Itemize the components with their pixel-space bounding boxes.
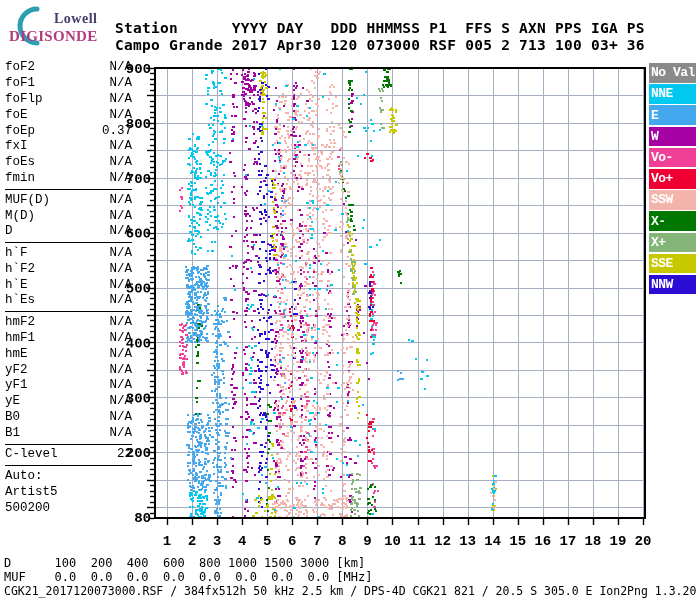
parameter-value: N/A — [109, 224, 132, 240]
parameter-row: 500200 — [5, 501, 132, 517]
parameter-row: foF1N/A — [5, 76, 132, 92]
parameter-label: yF1 — [5, 378, 28, 394]
parameter-label: hmE — [5, 347, 28, 363]
legend-item-x-: X- — [649, 211, 696, 231]
parameter-label: D — [5, 224, 13, 240]
legend-item-nne: NNE — [649, 84, 696, 104]
parameter-group: MUF(D)N/AM(D)N/ADN/A — [5, 189, 132, 242]
parameter-label: fxI — [5, 139, 28, 155]
legend-label: NNE — [649, 86, 673, 101]
parameter-label: yE — [5, 394, 20, 410]
legend-item-x+: X+ — [649, 233, 696, 253]
legend-label: E — [649, 108, 658, 123]
parameter-label: foF1 — [5, 76, 35, 92]
parameter-value: N/A — [109, 60, 132, 76]
legend-item-sse: SSE — [649, 254, 696, 274]
parameter-label: foFlp — [5, 92, 43, 108]
parameter-group: hmF2N/AhmF1N/AhmEN/AyF2N/AyF1N/AyEN/AB0N… — [5, 311, 132, 444]
parameter-value: N/A — [109, 139, 132, 155]
parameter-row: MUF(D)N/A — [5, 193, 132, 209]
legend-label: No Val — [649, 65, 695, 80]
header-field-names: Station YYYY DAY DDD HHMMSS P1 FFS S AXN… — [115, 20, 645, 36]
parameter-label: foEp — [5, 124, 35, 140]
parameter-value: N/A — [109, 108, 132, 124]
legend-label: X+ — [649, 235, 666, 250]
parameter-row: B1N/A — [5, 426, 132, 442]
parameter-row: fxIN/A — [5, 139, 132, 155]
legend-label: W — [649, 129, 658, 144]
parameter-label: hmF1 — [5, 331, 35, 347]
legend-label: Vo+ — [649, 171, 673, 186]
parameter-value: N/A — [109, 331, 132, 347]
parameter-row: C-level22 — [5, 447, 132, 463]
legend-label: SSE — [649, 256, 673, 271]
parameter-value: N/A — [109, 209, 132, 225]
parameter-row: B0N/A — [5, 410, 132, 426]
legend-item-vo+: Vo+ — [649, 169, 696, 189]
parameter-value: N/A — [109, 394, 132, 410]
legend-item-noval: No Val — [649, 63, 696, 83]
parameter-row: foF2N/A — [5, 60, 132, 76]
parameter-label: fmin — [5, 171, 35, 187]
legend-item-ssw: SSW — [649, 190, 696, 210]
parameter-label: MUF(D) — [5, 193, 50, 209]
file-info-line: CGK21_2017120073000.RSF / 384fx512h 50 k… — [4, 585, 696, 598]
parameter-label: yF2 — [5, 363, 28, 379]
parameter-label: B1 — [5, 426, 20, 442]
parameter-label: Auto: — [5, 469, 43, 485]
parameter-row: yEN/A — [5, 394, 132, 410]
parameter-label: C-level — [5, 447, 58, 463]
legend-item-e: E — [649, 105, 696, 125]
parameter-value: N/A — [109, 347, 132, 363]
parameter-row: foEN/A — [5, 108, 132, 124]
parameter-row: h`F2N/A — [5, 262, 132, 278]
parameter-row: h`FN/A — [5, 246, 132, 262]
parameter-value: N/A — [109, 262, 132, 278]
parameter-value: N/A — [109, 171, 132, 187]
parameter-value: N/A — [109, 193, 132, 209]
parameter-label: h`E — [5, 278, 28, 294]
muf-row: MUF 0.0 0.0 0.0 0.0 0.0 0.0 0.0 0.0 [MHz… — [4, 571, 372, 584]
parameter-value: N/A — [109, 363, 132, 379]
parameter-group: Auto:Artist5500200 — [5, 465, 132, 518]
legend-label: X- — [649, 214, 666, 229]
parameter-value: 22 — [117, 447, 132, 463]
parameter-panel: foF2N/AfoF1N/AfoFlpN/AfoEN/AfoEp0.37fxIN… — [5, 60, 132, 519]
parameter-group: C-level22 — [5, 444, 132, 465]
legend-label: NNW — [649, 277, 673, 292]
direction-color-legend: No ValNNEEWVo-Vo+SSWX-X+SSENNW — [649, 63, 696, 296]
parameter-value: N/A — [109, 246, 132, 262]
parameter-row: DN/A — [5, 224, 132, 240]
parameter-label: B0 — [5, 410, 20, 426]
parameter-row: foFlpN/A — [5, 92, 132, 108]
parameter-row: yF1N/A — [5, 378, 132, 394]
legend-label: SSW — [649, 192, 673, 207]
parameter-label: foF2 — [5, 60, 35, 76]
header-field-values: Campo Grande 2017 Apr30 120 073000 RSF 0… — [115, 37, 645, 53]
parameter-label: h`Es — [5, 293, 35, 309]
parameter-value: N/A — [109, 155, 132, 171]
parameter-row: Artist5 — [5, 485, 132, 501]
legend-item-w: W — [649, 127, 696, 147]
legend-item-vo-: Vo- — [649, 148, 696, 168]
parameter-value: N/A — [109, 293, 132, 309]
parameter-value: N/A — [109, 92, 132, 108]
legend-item-nnw: NNW — [649, 275, 696, 295]
logo-lowell-text: Lowell — [54, 11, 97, 27]
parameter-label: h`F2 — [5, 262, 35, 278]
parameter-label: foE — [5, 108, 28, 124]
distance-row: D 100 200 400 600 800 1000 1500 3000 [km… — [4, 557, 365, 570]
logo-digisonde-text: DIGISONDE — [9, 28, 98, 45]
parameter-group: foF2N/AfoF1N/AfoFlpN/AfoEN/AfoEp0.37fxIN… — [5, 60, 132, 189]
digisonde-ionogram-window: Lowell DIGISONDE Station YYYY DAY DDD HH… — [0, 0, 700, 600]
parameter-value: N/A — [109, 426, 132, 442]
parameter-row: hmEN/A — [5, 347, 132, 363]
parameter-label: M(D) — [5, 209, 35, 225]
parameter-value: 0.37 — [102, 124, 132, 140]
legend-label: Vo- — [649, 150, 673, 165]
parameter-row: Auto: — [5, 469, 132, 485]
parameter-row: fminN/A — [5, 171, 132, 187]
parameter-row: yF2N/A — [5, 363, 132, 379]
parameter-label: foEs — [5, 155, 35, 171]
parameter-row: foEp0.37 — [5, 124, 132, 140]
